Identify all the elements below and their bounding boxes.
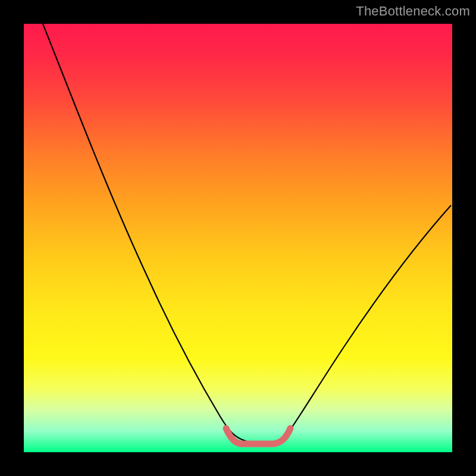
plot-area <box>24 24 452 452</box>
series-optimal-band <box>226 428 290 444</box>
series-bottleneck-curve <box>43 24 451 442</box>
watermark-text: TheBottleneck.com <box>356 4 470 19</box>
chart-frame: TheBottleneck.com <box>0 0 476 476</box>
chart-svg <box>24 24 452 452</box>
